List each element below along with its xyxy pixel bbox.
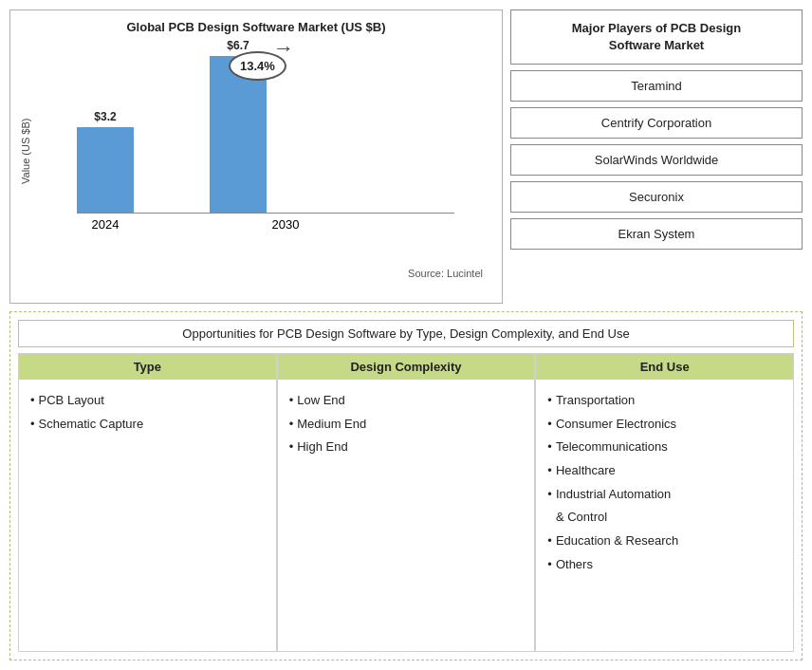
bar-value-2030: $6.7 — [227, 39, 249, 52]
enduse-item-telecommunications: • Telecommunications — [547, 436, 782, 459]
opp-col-header-complexity: Design Complexity — [278, 354, 535, 380]
opp-columns: Type • PCB Layout • Schematic Capture De… — [18, 353, 794, 652]
bars-container: $3.2 13.4% → $6.7 — [39, 42, 492, 213]
x-axis-line — [77, 213, 454, 214]
opp-title: Opportunities for PCB Design Software by… — [18, 320, 794, 347]
bullet-icon: • — [547, 389, 552, 413]
bullet-icon: • — [547, 553, 552, 577]
player-centrify: Centrify Corporation — [510, 107, 803, 139]
complexity-label-medium-end: Medium End — [297, 413, 366, 437]
enduse-item-healthcare: • Healthcare — [547, 459, 782, 483]
player-teramind: Teramind — [510, 70, 803, 102]
cagr-arrow-icon: → — [273, 36, 294, 61]
opp-col-header-end-use: End Use — [536, 354, 793, 380]
type-label-pcb-layout: PCB Layout — [39, 389, 104, 413]
enduse-label-education-research: Education & Research — [556, 530, 678, 553]
enduse-label-transportation: Transportation — [556, 389, 635, 413]
enduse-item-transportation: • Transportation — [547, 389, 782, 413]
type-label-schematic-capture: Schematic Capture — [39, 413, 144, 437]
chart-area: Global PCB Design Software Market (US $B… — [9, 9, 503, 304]
complexity-label-high-end: High End — [297, 436, 347, 459]
enduse-label-healthcare: Healthcare — [556, 459, 616, 483]
complexity-item-low-end: • Low End — [289, 389, 524, 413]
opp-column-end-use: End Use • Transportation • Consumer Elec… — [535, 353, 794, 652]
bar-2024 — [77, 127, 134, 213]
enduse-item-industrial-automation: • Industrial Automation& Control — [547, 483, 782, 530]
right-panel: Major Players of PCB DesignSoftware Mark… — [510, 9, 803, 304]
bullet-icon: • — [547, 530, 552, 553]
cagr-annotation: 13.4% → — [229, 51, 286, 81]
chart-source: Source: Lucintel — [20, 268, 492, 279]
bar-value-2024: $3.2 — [94, 110, 116, 123]
enduse-label-consumer-electronics: Consumer Electronics — [556, 413, 676, 437]
type-item-pcb-layout: • PCB Layout — [30, 389, 265, 413]
bullet-icon: • — [30, 413, 35, 437]
x-label-2030: 2030 — [257, 217, 314, 232]
player-ekran: Ekran System — [510, 218, 803, 250]
opp-column-design-complexity: Design Complexity • Low End • Medium End… — [277, 353, 536, 652]
complexity-item-medium-end: • Medium End — [289, 413, 524, 437]
opp-col-body-complexity: • Low End • Medium End • High End — [278, 380, 535, 651]
player-solarwinds: SolarWinds Worldwide — [510, 144, 803, 176]
right-panel-title: Major Players of PCB DesignSoftware Mark… — [510, 9, 803, 65]
enduse-item-consumer-electronics: • Consumer Electronics — [547, 413, 782, 437]
enduse-item-education-research: • Education & Research — [547, 530, 782, 553]
opp-col-body-type: • PCB Layout • Schematic Capture — [19, 380, 276, 651]
opp-col-header-type: Type — [19, 354, 276, 380]
complexity-label-low-end: Low End — [297, 389, 345, 413]
type-item-schematic-capture: • Schematic Capture — [30, 413, 265, 437]
enduse-item-others: • Others — [547, 553, 782, 577]
opportunities-section: Opportunities for PCB Design Software by… — [9, 311, 803, 661]
y-axis-label: Value (US $B) — [20, 42, 39, 260]
x-label-2024: 2024 — [77, 217, 134, 232]
enduse-label-others: Others — [556, 553, 593, 577]
bullet-icon: • — [289, 389, 294, 413]
bullet-icon: • — [289, 436, 294, 459]
bullet-icon: • — [547, 483, 552, 530]
opp-col-body-end-use: • Transportation • Consumer Electronics … — [536, 380, 793, 651]
opp-column-type: Type • PCB Layout • Schematic Capture — [18, 353, 277, 652]
bullet-icon: • — [289, 413, 294, 437]
bullet-icon: • — [30, 389, 35, 413]
enduse-label-telecommunications: Telecommunications — [556, 436, 668, 459]
bar-group-2024: $3.2 — [77, 110, 134, 213]
bullet-icon: • — [547, 413, 552, 437]
chart-title: Global PCB Design Software Market (US $B… — [20, 20, 492, 34]
player-securonix: Securonix — [510, 181, 803, 213]
bullet-icon: • — [547, 459, 552, 483]
bullet-icon: • — [547, 436, 552, 459]
complexity-item-high-end: • High End — [289, 436, 524, 459]
enduse-label-industrial-automation: Industrial Automation& Control — [556, 483, 671, 530]
